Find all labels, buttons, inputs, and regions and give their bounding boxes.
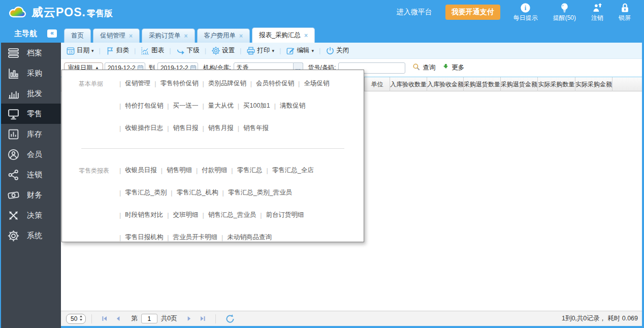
- sidebar-item-system[interactable]: 系统: [0, 225, 61, 246]
- menu-item[interactable]: 零售汇总_类别: [125, 188, 167, 197]
- sidebar-nav: 档案采购批发零售库存会员连锁财务决策系统: [0, 43, 61, 246]
- page-size-select[interactable]: 50: [66, 314, 86, 324]
- sidebar-header: 主导航 «: [0, 24, 61, 43]
- member-icon: [7, 148, 20, 161]
- gear-icon: [7, 229, 20, 242]
- prev-page-button[interactable]: [115, 315, 121, 322]
- tab-close-icon[interactable]: ×: [184, 32, 188, 40]
- tab-purchase-order[interactable]: 采购订货单×: [142, 28, 195, 43]
- toolbar-sublevel-button[interactable]: 下级: [175, 46, 201, 55]
- next-page-button[interactable]: [186, 315, 192, 322]
- toolbar-edit-button[interactable]: 编辑▾: [285, 46, 315, 55]
- page-size-value: 50: [71, 315, 77, 322]
- toolbar-settings-button[interactable]: 设置: [210, 46, 236, 55]
- menu-item[interactable]: 零售汇总_机构: [176, 188, 218, 197]
- menu-item[interactable]: 类别品牌促销: [208, 79, 246, 88]
- sidebar-item-retail[interactable]: 零售: [0, 104, 61, 124]
- column-header[interactable]: 实际采购金额: [575, 77, 613, 91]
- sidebar-item-inventory[interactable]: 库存: [0, 124, 61, 144]
- menu-item[interactable]: 满数促销: [280, 102, 305, 110]
- tab-promotion-management[interactable]: 促销管理×: [93, 28, 140, 43]
- tab-close-icon[interactable]: ×: [129, 32, 133, 40]
- column-header[interactable]: 单位: [365, 77, 390, 91]
- tab-label: 采购订货单: [149, 31, 181, 40]
- sidebar-item-members[interactable]: 会员: [0, 144, 61, 165]
- menu-item[interactable]: 营业员开卡明细: [173, 233, 218, 242]
- toolbar-label: 设置: [222, 46, 235, 55]
- menu-item[interactable]: 销售日报: [173, 124, 199, 133]
- page-number-input[interactable]: [141, 314, 157, 323]
- menu-item[interactable]: 促销管理: [125, 79, 150, 88]
- app-logo-cloud-icon: [7, 3, 28, 21]
- sidebar-title: 主导航: [14, 29, 37, 39]
- menu-item[interactable]: 收银员日报: [125, 166, 157, 175]
- menu-item[interactable]: 交班明细: [173, 211, 199, 219]
- menu-item[interactable]: 未动销商品查询: [227, 233, 272, 242]
- tab-close-icon[interactable]: ×: [239, 32, 243, 40]
- column-header[interactable]: 入库验收金额: [427, 77, 464, 91]
- menu-separator: |: [119, 212, 121, 219]
- sidebar-item-purchase[interactable]: 采购: [0, 63, 61, 83]
- menu-separator: |: [238, 103, 239, 110]
- tab-home[interactable]: 首页: [64, 28, 91, 43]
- pay-button[interactable]: 我要开通支付: [445, 5, 500, 20]
- tab-report-purchase-summary[interactable]: 报表_采购汇总×: [252, 27, 315, 43]
- last-page-button[interactable]: [200, 315, 206, 322]
- calendar-icon: 15: [66, 46, 75, 55]
- menu-item[interactable]: 零售汇总_全店: [272, 166, 314, 175]
- menu-item[interactable]: 买一送一: [173, 102, 199, 110]
- header-action-lock-screen[interactable]: 锁屏: [619, 3, 631, 22]
- menu-row: |零售日报机构|营业员开卡明细|未动销商品查询: [115, 233, 364, 242]
- sidebar-item-archives[interactable]: 档案: [0, 43, 61, 63]
- toolbar-date-button[interactable]: 15日期▾: [65, 46, 95, 55]
- header-action-reminders[interactable]: 提醒(50): [553, 3, 576, 22]
- toolbar-classify-button[interactable]: 归类: [105, 46, 130, 55]
- toolbar-print-button[interactable]: 打印▾: [245, 46, 275, 55]
- toolbar-chart-button[interactable]: 图表: [140, 46, 165, 55]
- column-header[interactable]: 采购退货金额: [501, 77, 538, 91]
- query-button[interactable]: 查询: [412, 63, 435, 73]
- toolbar-separator: |: [169, 47, 171, 54]
- menu-item[interactable]: 前台订货明细: [266, 211, 304, 219]
- tab-customer-fee[interactable]: 客户费用单×: [197, 28, 250, 43]
- menu-item[interactable]: 量大从优: [208, 102, 234, 110]
- menu-item[interactable]: 收银操作日志: [125, 124, 163, 133]
- refresh-button[interactable]: [225, 314, 235, 324]
- app-title: 威云POS.: [31, 5, 86, 20]
- sidebar-item-chain[interactable]: 连锁: [0, 165, 61, 185]
- menu-item[interactable]: 时段销售对比: [125, 211, 163, 219]
- menu-item[interactable]: 买100加1: [243, 102, 270, 110]
- platform-link[interactable]: 进入微平台: [397, 8, 432, 17]
- menu-item[interactable]: 销售年报: [243, 124, 269, 133]
- toolbar-close-button[interactable]: 关闭: [325, 46, 350, 55]
- menu-separator: |: [221, 234, 223, 241]
- menu-item[interactable]: 会员特价促销: [256, 79, 294, 88]
- menu-item[interactable]: 销售月报: [208, 124, 234, 133]
- more-button[interactable]: 更多: [442, 63, 464, 72]
- menu-item[interactable]: 付款明细: [202, 166, 227, 175]
- header-action-logout[interactable]: 注销: [591, 3, 603, 22]
- header-action-daily-tips[interactable]: i每日提示: [513, 3, 538, 22]
- sidebar-item-label: 档案: [27, 48, 42, 58]
- tab-close-icon[interactable]: ×: [304, 32, 308, 39]
- menu-item[interactable]: 特价打包促销: [125, 102, 163, 110]
- column-header[interactable]: 入库验收数量: [390, 77, 427, 91]
- first-page-button[interactable]: [101, 315, 108, 322]
- toolbar-label: 编辑: [297, 46, 309, 55]
- menu-item[interactable]: 零售汇总_类别_营业员: [228, 188, 292, 197]
- column-header[interactable]: 实际采购数量: [538, 77, 575, 91]
- menu-item[interactable]: 销售汇总_营业员: [208, 211, 256, 219]
- menu-item[interactable]: 销售明细: [167, 166, 192, 175]
- column-header[interactable]: 采购退货数量: [464, 77, 501, 91]
- sidebar-item-decision[interactable]: 决策: [0, 205, 61, 225]
- menu-separator: |: [154, 80, 156, 87]
- frame-left: [0, 24, 1, 328]
- sidebar-item-wholesale[interactable]: 批发: [0, 83, 61, 104]
- menu-item[interactable]: 零售特价促销: [160, 79, 199, 88]
- menu-item[interactable]: 零售汇总: [237, 166, 263, 175]
- menu-item[interactable]: 零售日报机构: [125, 233, 163, 242]
- menu-item[interactable]: 全场促销: [304, 79, 329, 88]
- sidebar-item-finance[interactable]: 财务: [0, 185, 61, 205]
- sidebar-collapse-button[interactable]: «: [47, 29, 57, 38]
- more-label: 更多: [452, 63, 464, 72]
